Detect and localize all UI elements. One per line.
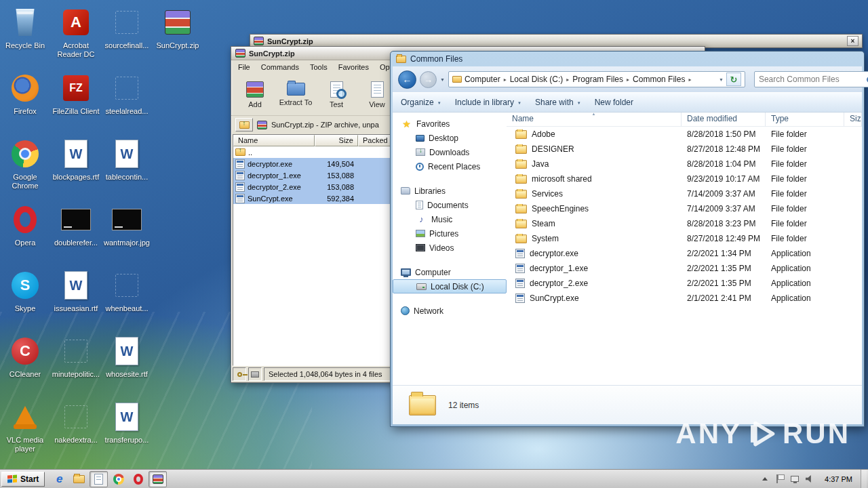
file-row[interactable]: decryptor.exe 2/2/2021 1:34 PM Applicati…: [507, 246, 862, 261]
ghost-icon[interactable]: minutepolitic...: [52, 334, 100, 379]
skype-icon[interactable]: Skype: [1, 268, 50, 313]
sidebar-item[interactable]: Libraries: [393, 184, 507, 198]
menu-item[interactable]: File: [233, 61, 256, 73]
menu-item[interactable]: Favorites: [333, 61, 374, 73]
q-opera-icon[interactable]: [129, 471, 147, 487]
tray-vol-icon[interactable]: [803, 472, 816, 486]
breadcrumb-segment[interactable]: Local Disk (C:): [510, 75, 573, 84]
column-header[interactable]: Size: [315, 135, 358, 146]
taskbar-clock[interactable]: 4:37 PM: [818, 475, 859, 483]
key-icon[interactable]: [233, 367, 246, 381]
refresh-button[interactable]: [726, 73, 741, 86]
q-page-icon[interactable]: [90, 471, 108, 487]
breadcrumb-segment[interactable]: Program Files: [572, 75, 633, 84]
address-dropdown-icon[interactable]: [716, 77, 726, 82]
tray-net-icon[interactable]: [788, 472, 802, 486]
menu-item[interactable]: Commands: [256, 61, 304, 73]
address-bar[interactable]: Computer Local Disk (C:) Program Files C…: [448, 71, 745, 87]
toolbar-button[interactable]: Extract To: [276, 75, 315, 115]
toolbar-button[interactable]: Test: [317, 75, 356, 115]
file-row[interactable]: Java 8/28/2018 1:04 PM File folder: [507, 157, 862, 171]
sidebar-item[interactable]: Documents: [393, 198, 507, 212]
sidebar-item[interactable]: Fav​orites: [393, 117, 507, 131]
winrar-icon[interactable]: SunCrypt.zip: [153, 5, 202, 50]
ghost-icon[interactable]: sourcefinall...: [102, 5, 151, 50]
tray-flag-icon[interactable]: [773, 472, 787, 486]
word-icon[interactable]: issueasian.rtf: [52, 268, 100, 313]
sidebar-item[interactable]: Videos: [393, 241, 507, 255]
chevron-right-icon[interactable]: [623, 77, 633, 83]
ghost-icon[interactable]: whenbeaut...: [102, 268, 151, 313]
sidebar-item[interactable]: Local Disk (C:): [393, 279, 507, 293]
q-chrome-icon[interactable]: [109, 471, 127, 487]
sidebar-item[interactable]: Desktop: [393, 131, 507, 145]
breadcrumb-segment[interactable]: Common Files: [633, 75, 694, 84]
close-button[interactable]: [847, 36, 859, 46]
vlc-icon[interactable]: VLC media player: [1, 400, 50, 453]
tray-up-icon[interactable]: [758, 472, 772, 486]
column-header[interactable]: Type: [766, 113, 844, 126]
archive-path-text[interactable]: SunCrypt.zip - ZIP archive, unpa: [271, 121, 379, 129]
ghost-icon[interactable]: nakedextra...: [52, 400, 100, 445]
chevron-right-icon[interactable]: [685, 77, 694, 83]
file-row[interactable]: SunCrypt.exe 2/1/2021 2:41 PM Applicatio…: [507, 291, 862, 306]
file-row[interactable]: System 8/27/2018 12:49 PM File folder: [507, 231, 862, 246]
sidebar-item[interactable]: Network: [393, 304, 507, 318]
chevron-right-icon[interactable]: [500, 77, 510, 83]
firefox-icon[interactable]: Firefox: [1, 71, 50, 116]
command-bar-item[interactable]: Include in library: [455, 98, 521, 107]
word-icon[interactable]: blockpages.rtf: [52, 137, 100, 182]
recycle-bin-icon[interactable]: Recycle Bin: [1, 5, 50, 50]
sidebar-item[interactable]: Music: [393, 212, 507, 226]
sidebar-item[interactable]: Downloads: [393, 145, 507, 159]
file-row[interactable]: Adobe 8/28/2018 1:50 PM File folder: [507, 127, 862, 142]
up-one-level-button[interactable]: [235, 118, 253, 131]
ccleaner-icon[interactable]: CCleaner: [1, 334, 50, 379]
column-header[interactable]: Size: [844, 113, 862, 126]
chrome-icon[interactable]: Google Chrome: [1, 137, 50, 190]
start-button[interactable]: Start: [1, 472, 45, 487]
sidebar-item[interactable]: Pictures: [393, 226, 507, 241]
show-desktop-button[interactable]: [861, 470, 867, 488]
file-row[interactable]: decryptor_2.exe 2/2/2021 1:35 PM Applica…: [507, 276, 862, 291]
file-row[interactable]: decryptor_1.exe 2/2/2021 1:35 PM Applica…: [507, 261, 862, 276]
sidebar-item-label: Fav​orites: [416, 119, 450, 129]
history-chevron-icon[interactable]: [440, 77, 445, 82]
command-bar-item[interactable]: Share with: [535, 98, 581, 107]
word-icon[interactable]: whosesite.rtf: [102, 334, 151, 379]
word-icon[interactable]: tablecontin...: [102, 137, 151, 182]
explorer-title-bar[interactable]: Common Files: [391, 52, 864, 66]
breadcrumb-segment[interactable]: Computer: [465, 75, 510, 84]
file-row[interactable]: DESIGNER 8/27/2018 12:48 PM File folder: [507, 142, 862, 157]
file-type: File folder: [766, 129, 844, 139]
toolbar-button[interactable]: Add: [235, 75, 275, 115]
q-ie-icon[interactable]: [50, 471, 68, 487]
ghost-icon[interactable]: steelalread...: [102, 71, 151, 116]
thumb-icon[interactable]: wantmajor.jpg: [102, 203, 151, 247]
file-row[interactable]: Services 7/14/2009 3:37 AM File folder: [507, 186, 862, 201]
file-row[interactable]: microsoft shared 9/23/2019 10:17 AM File…: [507, 171, 862, 186]
back-button[interactable]: [398, 70, 416, 89]
file-row[interactable]: Steam 8/28/2018 3:23 PM File folder: [507, 216, 862, 231]
column-header[interactable]: Name: [507, 113, 682, 126]
column-header[interactable]: Date modified: [682, 113, 766, 126]
file-row[interactable]: SpeechEngines 7/14/2009 3:37 AM File fol…: [507, 201, 862, 216]
chevron-right-icon[interactable]: [563, 77, 572, 83]
opera-icon[interactable]: Opera: [1, 203, 50, 247]
sidebar-item[interactable]: Computer: [393, 265, 507, 279]
thumb-icon[interactable]: doublerefer...: [52, 203, 100, 247]
acrobat-icon[interactable]: Acrobat Reader DC: [52, 5, 100, 59]
menu-item[interactable]: Tools: [304, 61, 333, 73]
forward-button[interactable]: [420, 71, 437, 88]
command-bar-item[interactable]: New folder: [595, 98, 633, 107]
sidebar-item[interactable]: Recent Places: [393, 159, 507, 174]
search-box[interactable]: [754, 71, 868, 87]
command-bar-item[interactable]: Organize: [401, 98, 441, 107]
q-folder-icon[interactable]: [70, 471, 88, 487]
disk-icon[interactable]: [248, 367, 262, 381]
column-header[interactable]: Name: [233, 135, 315, 146]
q-winrar-icon[interactable]: [149, 471, 167, 487]
search-input[interactable]: [759, 75, 864, 84]
filezilla-icon[interactable]: FileZilla Client: [52, 71, 100, 116]
word-icon[interactable]: transferupo...: [102, 400, 151, 445]
